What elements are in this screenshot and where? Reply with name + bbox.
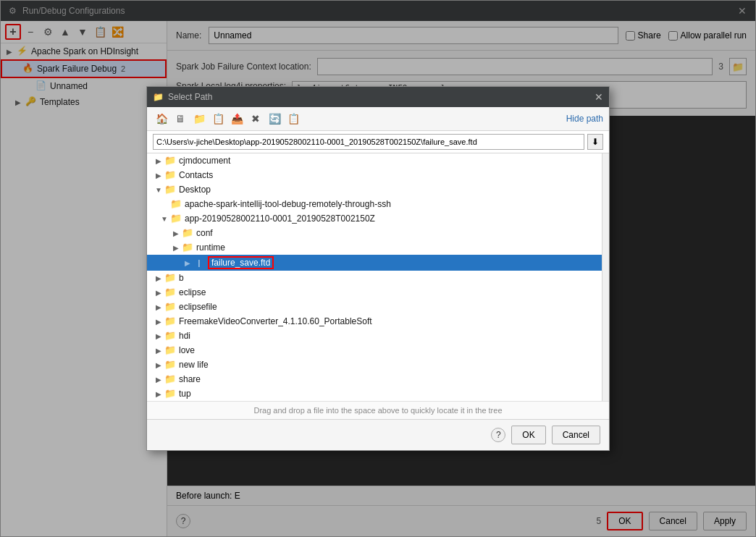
folder-icon: 📁 [164, 316, 176, 327]
tree-content: ▶ 📁 cjmdocument ▶ 📁 Contacts ▼ 📁 Desktop [147, 153, 609, 401]
tree-label-love: love [179, 345, 195, 355]
up-button[interactable]: 📤 [228, 110, 245, 127]
dialog-cancel-button[interactable]: Cancel [552, 426, 600, 444]
tree-label-hdi: hdi [179, 331, 190, 341]
tree-item-runtime[interactable]: ▶ 📁 runtime [147, 240, 602, 255]
tree-label-conf: conf [196, 228, 213, 238]
scrollbar[interactable] [602, 153, 609, 401]
file-icon: | [193, 257, 205, 268]
tree-arrow-eclipsefile: ▶ [153, 301, 164, 313]
tree-label-freemake: FreemakeVideoConverter_4.1.10.60_Portabl… [179, 316, 372, 326]
copy-path-button[interactable]: 📋 [209, 110, 227, 127]
tree-arrow-b: ▶ [153, 272, 164, 284]
tree-arrow-tup: ▶ [153, 388, 164, 399]
tree-item-hdi[interactable]: ▶ 📁 hdi [147, 329, 602, 343]
desktop-button[interactable]: 🖥 [172, 110, 189, 127]
tree-arrow-new-life: ▶ [153, 359, 164, 371]
folder-icon: 📁 [164, 359, 176, 371]
dialog-toolbar-left: 🏠 🖥 📁 📋 📤 ✖ 🔄 📋 [153, 110, 302, 127]
tree-item-eclipsefile[interactable]: ▶ 📁 eclipsefile [147, 300, 602, 314]
tree-item-contacts[interactable]: ▶ 📁 Contacts [147, 168, 602, 182]
dialog-path-bar: ⬇ [147, 131, 609, 153]
folder-icon: 📁 [182, 227, 193, 239]
dialog-title: Select Path [168, 92, 595, 102]
tree-label-eclipse: eclipse [179, 287, 206, 297]
folder-icon: 📁 [164, 344, 176, 356]
tree-item-cjmdocument[interactable]: ▶ 📁 cjmdocument [147, 153, 602, 168]
folder-icon: 📁 [164, 272, 176, 284]
folder-icon: 📁 [164, 155, 176, 166]
folder-icon: 📁 [164, 373, 176, 385]
tree-arrow-hdi: ▶ [153, 330, 164, 342]
folder-icon: 📁 [164, 287, 176, 298]
dialog-ok-button[interactable]: OK [511, 426, 545, 444]
dialog-overlay: 📁 Select Path ✕ 🏠 🖥 📁 📋 📤 ✖ 🔄 📋 Hide pat… [0, 0, 756, 537]
home-button[interactable]: 🏠 [153, 110, 170, 127]
expand-button[interactable]: 📋 [285, 110, 302, 127]
tree-item-love[interactable]: ▶ 📁 love [147, 343, 602, 358]
tree-arrow-desktop: ▼ [153, 184, 164, 195]
dialog-close-icon[interactable]: ✕ [595, 91, 603, 103]
tree-item-eclipse[interactable]: ▶ 📁 eclipse [147, 285, 602, 300]
dialog-title-bar: 📁 Select Path ✕ [147, 87, 609, 107]
hide-path-link[interactable]: Hide path [566, 114, 603, 124]
dialog-title-icon: 📁 [153, 92, 164, 102]
folder-icon: 📁 [170, 213, 182, 224]
tree-item-b[interactable]: ▶ 📁 b [147, 271, 602, 285]
tree-label-b: b [179, 273, 184, 283]
drag-hint: Drag and drop a file into the space abov… [147, 401, 609, 419]
tree-arrow-failure: ▶ [182, 257, 193, 268]
file-tree: ▶ 📁 cjmdocument ▶ 📁 Contacts ▼ 📁 Desktop [147, 153, 602, 401]
tree-item-app-folder[interactable]: ▼ 📁 app-20190528002110-0001_20190528T002… [147, 211, 602, 226]
folder-icon: 📁 [164, 169, 176, 181]
tree-arrow-runtime: ▶ [170, 242, 182, 253]
tree-label-new-life: new life [179, 360, 209, 370]
new-folder-button[interactable]: 📁 [190, 110, 208, 127]
tree-label-app-folder: app-20190528002110-0001_20190528T002150Z [185, 213, 375, 224]
tree-arrow-conf: ▶ [170, 227, 182, 239]
tree-item-new-life[interactable]: ▶ 📁 new life [147, 358, 602, 372]
drag-hint-text: Drag and drop a file into the space abov… [253, 406, 502, 415]
tree-label-apache-spark-tool: apache-spark-intellij-tool-debug-remotel… [185, 199, 391, 209]
path-browse-button[interactable]: ⬇ [587, 134, 603, 150]
tree-label-cjmdocument: cjmdocument [179, 156, 230, 166]
select-path-dialog: 📁 Select Path ✕ 🏠 🖥 📁 📋 📤 ✖ 🔄 📋 Hide pat… [146, 86, 610, 451]
tree-label-eclipsefile: eclipsefile [179, 302, 217, 312]
tree-arrow-eclipse: ▶ [153, 287, 164, 298]
tree-label-tup: tup [179, 389, 191, 399]
tree-arrow-app: ▼ [159, 213, 170, 224]
tree-item-apache-spark-tool[interactable]: ▶ 📁 apache-spark-intellij-tool-debug-rem… [147, 197, 602, 211]
tree-item-conf[interactable]: ▶ 📁 conf [147, 226, 602, 240]
tree-arrow-cjmdocument: ▶ [153, 155, 164, 166]
tree-item-desktop[interactable]: ▼ 📁 Desktop [147, 182, 602, 197]
delete-button[interactable]: ✖ [247, 110, 264, 127]
tree-label-contacts: Contacts [179, 170, 213, 180]
dialog-toolbar: 🏠 🖥 📁 📋 📤 ✖ 🔄 📋 Hide path [147, 107, 609, 131]
folder-icon: 📁 [164, 184, 176, 195]
folder-icon: 📁 [164, 388, 176, 399]
tree-item-freemake[interactable]: ▶ 📁 FreemakeVideoConverter_4.1.10.60_Por… [147, 314, 602, 329]
folder-icon: 📁 [164, 330, 176, 342]
tree-label-desktop: Desktop [179, 185, 211, 195]
tree-label-failure-save: failure_save.ftd [208, 256, 274, 269]
tree-item-share[interactable]: ▶ 📁 share [147, 372, 602, 386]
tree-arrow-freemake: ▶ [153, 316, 164, 327]
tree-label-share: share [179, 374, 201, 384]
tree-label-runtime: runtime [196, 242, 225, 253]
folder-icon: 📁 [182, 242, 193, 253]
path-input[interactable] [153, 134, 584, 150]
tree-arrow-share: ▶ [153, 373, 164, 385]
tree-item-tup[interactable]: ▶ 📁 tup [147, 386, 602, 401]
dialog-help-button[interactable]: ? [491, 428, 505, 442]
tree-arrow-love: ▶ [153, 344, 164, 356]
folder-icon: 📁 [164, 301, 176, 313]
tree-item-failure-save[interactable]: ▶ | failure_save.ftd [147, 255, 602, 271]
dialog-footer: ? OK Cancel [147, 419, 609, 450]
folder-icon: 📁 [170, 198, 182, 210]
refresh-button[interactable]: 🔄 [266, 110, 283, 127]
tree-arrow-contacts: ▶ [153, 169, 164, 181]
